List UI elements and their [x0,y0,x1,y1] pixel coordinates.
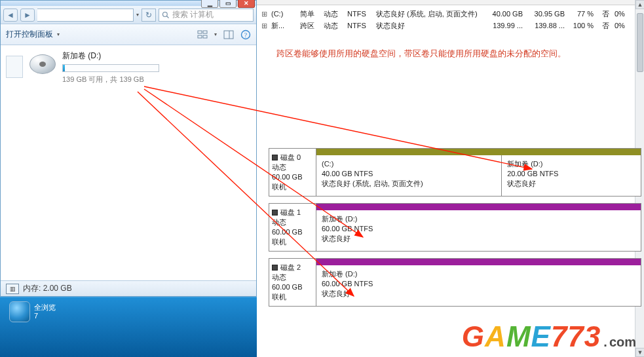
nav-back-button[interactable]: ◄ [3,9,18,22]
scroll-thumb[interactable] [637,13,643,72]
disk-square-icon [272,265,278,271]
chevron-down-icon: ▾ [57,31,60,37]
partition-c[interactable]: (C:) 40.00 GB NTFS 状态良好 (系统, 启动, 页面文件) [316,155,501,196]
capacity-fill [63,65,65,71]
globe-icon [9,301,30,322]
status-memory-text: 内存: 2.00 GB [23,283,72,294]
svg-point-0 [163,12,168,16]
explorer-content: 新加卷 (D:) 139 GB 可用，共 139 GB [1,45,256,280]
search-box[interactable]: 搜索 计算机 [159,9,254,22]
nav-bar: ◄ ► ▾ ↻ 搜索 计算机 [1,6,256,24]
disk-square-icon [272,210,278,216]
partition-d[interactable]: 新加卷 (D:) 20.00 GB NTFS 状态良好 [501,155,641,196]
window-title-bar: ▁ ▭ ✕ [1,1,256,6]
scroll-down-icon[interactable]: ▼ [635,348,644,357]
volume-icon: ⊞ [259,22,269,30]
minimize-button[interactable]: ▁ [201,0,218,8]
scroll-up-icon[interactable]: ▲ [635,0,644,9]
open-control-panel-link[interactable]: 打开控制面板 [6,29,53,40]
disk-graphical-view: 磁盘 0 动态 60.00 GB 联机 (C:) 40.00 GB NTFS 状… [269,148,641,313]
hard-disk-icon [29,54,56,74]
stripe-indicator [316,149,641,155]
table-row[interactable]: ⊞ (C:) 简单 动态 NTFS 状态良好 (系统, 启动, 页面文件) 40… [259,8,641,20]
partition-d[interactable]: 新加卷 (D:) 60.00 GB NTFS 状态良好 [316,265,641,306]
address-dropdown-icon[interactable]: ▾ [136,12,139,18]
desktop-wallpaper [35,297,257,357]
watermark-logo: G A M E 773 . com [462,320,636,353]
disk-square-icon [272,155,278,160]
status-bar: ▥ 内存: 2.00 GB [1,280,256,296]
svg-rect-6 [224,31,233,39]
maximize-button[interactable]: ▭ [219,0,237,8]
close-button[interactable]: ✕ [238,0,255,8]
drive-item[interactable]: 新加卷 (D:) 139 GB 可用，共 139 GB [6,50,251,85]
partition-d[interactable]: 新加卷 (D:) 60.00 GB NTFS 状态良好 [316,210,641,251]
svg-rect-4 [198,35,202,38]
volume-list: ⊞ (C:) 简单 动态 NTFS 状态良好 (系统, 启动, 页面文件) 40… [257,5,644,31]
drive-info: 新加卷 (D:) 139 GB 可用，共 139 GB [62,50,159,85]
taskbar-item[interactable]: 全浏览 7 [9,301,56,322]
search-placeholder: 搜索 计算机 [172,9,214,20]
stripe-indicator [316,259,641,265]
address-bar[interactable] [37,9,134,22]
memory-chip-icon: ▥ [6,284,19,294]
help-icon[interactable]: ? [240,29,251,40]
search-icon [162,11,170,19]
capacity-text: 139 GB 可用，共 139 GB [62,75,159,85]
explorer-window: ▁ ▭ ✕ ◄ ► ▾ ↻ 搜索 计算机 打开控制面板 ▾ ▾ ? [0,0,257,297]
command-bar: 打开控制面板 ▾ ▾ ? [1,24,256,45]
taskbar-item-label: 全浏览 7 [34,303,56,320]
disk-label: 磁盘 1 动态 60.00 GB 联机 [269,204,316,251]
capacity-gauge [62,64,159,72]
disk-label: 磁盘 2 动态 60.00 GB 联机 [269,259,316,306]
view-layout-icon[interactable] [197,29,208,40]
blank-drive-slot-icon [6,56,23,78]
svg-rect-3 [203,31,207,33]
svg-rect-5 [203,35,207,38]
preview-pane-icon[interactable] [223,29,234,40]
refresh-button[interactable]: ↻ [142,9,156,22]
stripe-indicator [316,204,641,210]
svg-rect-2 [198,31,202,33]
annotation-text: 跨区卷能够使用所用的硬盘空间，带区卷只能使用所用硬盘的未分配的空间。 [257,31,644,61]
volume-icon: ⊞ [259,10,269,18]
drive-name: 新加卷 (D:) [62,50,159,62]
disk-label: 磁盘 0 动态 60.00 GB 联机 [269,149,316,196]
disk-block-1[interactable]: 磁盘 1 动态 60.00 GB 联机 新加卷 (D:) 60.00 GB NT… [269,203,641,252]
disk-block-2[interactable]: 磁盘 2 动态 60.00 GB 联机 新加卷 (D:) 60.00 GB NT… [269,258,641,307]
dm-column-header-row [257,0,644,5]
table-row[interactable]: ⊞ 新... 跨区 动态 NTFS 状态良好 139.99 ... 139.88… [259,20,641,31]
nav-fwd-button[interactable]: ► [20,9,35,22]
disk-block-0[interactable]: 磁盘 0 动态 60.00 GB 联机 (C:) 40.00 GB NTFS 状… [269,148,641,197]
taskbar: 全浏览 7 [0,297,257,357]
svg-line-1 [167,16,169,18]
svg-text:?: ? [244,31,248,39]
chevron-down-icon[interactable]: ▾ [214,31,217,37]
